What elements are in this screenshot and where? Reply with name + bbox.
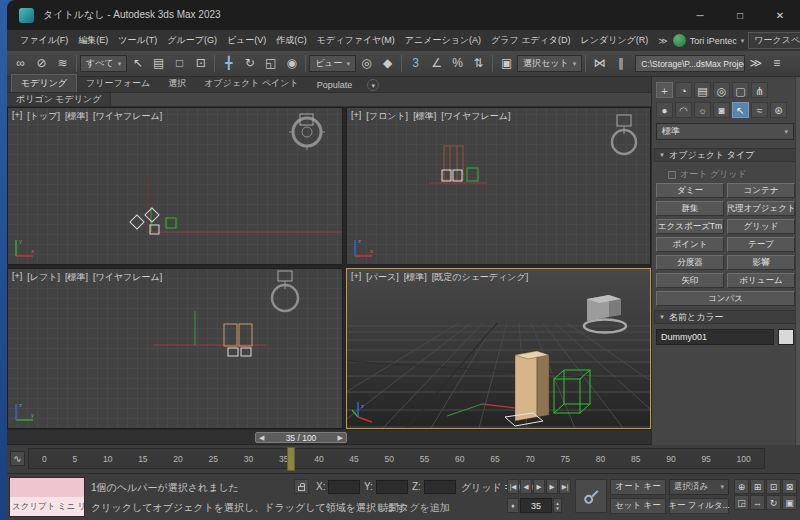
time-slider-handle[interactable]: ◀ 35 / 100 ▶ (255, 432, 347, 443)
go-to-start-button[interactable]: |◀ (507, 479, 519, 494)
selection-filter-dropdown[interactable]: すべて ▾ (80, 55, 127, 72)
scene-objects-wireframe[interactable] (130, 208, 159, 234)
dummy-helper-object[interactable] (584, 295, 626, 333)
snaps-toggle-icon[interactable]: 3 (405, 53, 426, 74)
menu-tools[interactable]: ツール(T) (113, 30, 162, 51)
menu-rendering[interactable]: レンダリング(R) (576, 30, 654, 51)
perspective-viewport[interactable]: [+] [パース] [標準] [既定のシェーディング] (346, 268, 651, 429)
left-viewport[interactable]: [+] [レフト] [標準] [ワイヤフレーム] (7, 268, 343, 429)
auto-key-button[interactable]: オート キー (610, 479, 666, 495)
menu-modifiers[interactable]: モディファイヤ(M) (312, 30, 400, 51)
selected-dummy-wireframe[interactable] (228, 348, 251, 356)
previous-frame-button[interactable]: ◀ (520, 479, 532, 494)
hierarchy-tab-icon[interactable]: ▤ (694, 82, 711, 98)
key-selection-dropdown[interactable]: 選択済み ▾ (669, 479, 729, 495)
previous-frame-arrow[interactable]: ◀ (259, 434, 264, 442)
autogrid-checkbox[interactable] (668, 171, 676, 179)
door-box-wireframe[interactable] (224, 324, 252, 346)
toolbar-overflow-button[interactable]: ≫ (745, 53, 766, 74)
viewport-standard-menu[interactable]: [標準] (65, 110, 88, 123)
viewport-pov-menu[interactable]: [フロント] (366, 110, 408, 123)
ribbon-tab-freeform[interactable]: フリーフォーム (77, 75, 159, 92)
maximize-viewport-toggle-icon[interactable]: ▣ (782, 495, 797, 510)
go-to-end-button[interactable]: ▶| (559, 479, 571, 494)
viewport-general-menu[interactable]: [+] (351, 110, 361, 123)
utilities-tab-icon[interactable]: ⋔ (751, 82, 768, 98)
viewport-pov-menu[interactable]: [レフト] (27, 271, 60, 284)
time-slider-track[interactable]: ◀ 35 / 100 ▶ (7, 429, 651, 445)
set-key-button[interactable]: セット キー (610, 498, 666, 514)
shapes-category-icon[interactable]: ◠ (675, 102, 692, 118)
zoom-all-icon[interactable]: ⊞ (750, 479, 765, 494)
menu-animation[interactable]: アニメーション(A) (400, 30, 486, 51)
selection-region-icon[interactable]: □ (169, 53, 190, 74)
angle-snap-icon[interactable]: ∠ (426, 53, 447, 74)
green-box-wireframe[interactable] (467, 168, 478, 181)
select-and-rotate-icon[interactable]: ↻ (239, 53, 260, 74)
menu-create[interactable]: 作成(C) (271, 30, 312, 51)
grid-button[interactable]: グリッド (727, 219, 795, 234)
tape-button[interactable]: テープ (727, 237, 795, 252)
next-frame-button[interactable]: ▶ (546, 479, 558, 494)
viewport-standard-menu[interactable]: [標準] (404, 271, 427, 284)
door-box-object[interactable] (515, 351, 549, 421)
dummy-helper-gizmo[interactable] (289, 114, 325, 150)
viewport-shading-menu[interactable]: [既定のシェーディング] (432, 271, 528, 284)
key-filters-button[interactable]: キー フィルタ... (669, 498, 729, 514)
viewport-pov-menu[interactable]: [パース] (366, 271, 398, 284)
align-icon[interactable]: ∥ (610, 53, 631, 74)
window-crossing-icon[interactable]: ⊡ (190, 53, 211, 74)
viewport-shading-menu[interactable]: [ワイヤフレーム] (93, 271, 162, 284)
zoom-extents-all-icon[interactable]: ⊠ (782, 479, 797, 494)
current-frame-field[interactable]: 35 (520, 498, 552, 513)
crowd-button[interactable]: 群集 (656, 201, 724, 216)
pan-view-icon[interactable]: ↔ (750, 495, 765, 510)
geometry-category-icon[interactable]: ● (656, 102, 673, 118)
menu-group[interactable]: グループ(G) (162, 30, 222, 51)
y-coordinate-field[interactable] (376, 480, 408, 494)
selection-lock-toggle[interactable] (294, 479, 309, 494)
viewport-shading-menu[interactable]: [ワイヤフレーム] (441, 110, 510, 123)
menu-overflow-button[interactable]: ≫ (653, 36, 672, 46)
name-and-color-rollout-header[interactable]: ▼ 名前とカラー (654, 310, 798, 324)
bind-to-space-warp-icon[interactable]: ≋ (52, 53, 73, 74)
cameras-category-icon[interactable]: ◙ (713, 102, 730, 118)
autogrid-checkbox-row[interactable]: オート グリッド (668, 168, 747, 181)
container-button[interactable]: コンテナ (727, 183, 795, 198)
frame-spinner[interactable]: ▴ ▾ (553, 498, 562, 513)
orbit-icon[interactable]: ↻ (766, 495, 781, 510)
motion-tab-icon[interactable]: ◎ (713, 82, 730, 98)
delegate-button[interactable]: 代理オブジェクト (727, 201, 795, 216)
dummy-helper-gizmo[interactable] (272, 271, 298, 311)
set-keys-button[interactable] (575, 479, 607, 513)
viewport-standard-menu[interactable]: [標準] (65, 271, 88, 284)
key-mode-toggle-button[interactable]: ♦ (507, 498, 519, 513)
selected-dummy-wireframe[interactable] (442, 170, 462, 181)
maxscript-mini-listener[interactable]: スクリプト ミニ リス (9, 477, 85, 517)
add-time-tag-button[interactable]: 時間タグを追加 (379, 501, 450, 515)
space-warps-category-icon[interactable]: ≈ (751, 102, 768, 118)
display-tab-icon[interactable]: ▢ (732, 82, 749, 98)
viewport-pov-menu[interactable]: [トップ] (27, 110, 60, 123)
dummy-helper-gizmo[interactable] (612, 115, 636, 154)
top-viewport[interactable]: [+] [トップ] [標準] [ワイヤフレーム] (7, 107, 343, 265)
systems-category-icon[interactable]: ⊛ (770, 102, 787, 118)
z-coordinate-field[interactable] (424, 480, 456, 494)
menu-graph-editors[interactable]: グラフ エディタ(D) (486, 30, 575, 51)
ribbon-tab-modeling[interactable]: モデリング (11, 74, 77, 92)
spinner-snap-icon[interactable]: ⇅ (468, 53, 489, 74)
x-coordinate-field[interactable] (328, 480, 360, 494)
zoom-icon[interactable]: ⊕ (734, 479, 749, 494)
ribbon-tab-object-paint[interactable]: オブジェクト ペイント (195, 75, 308, 92)
field-of-view-icon[interactable]: ◲ (734, 495, 749, 510)
reference-coordinate-dropdown[interactable]: ビュー ▾ (309, 55, 356, 72)
polygon-modeling-panel-tab[interactable]: ポリゴン モデリング (7, 93, 111, 106)
minimize-button[interactable]: ─ (680, 0, 720, 30)
play-animation-button[interactable]: ▶ (533, 479, 545, 494)
named-selection-sets-dropdown[interactable]: 選択セット ▾ (517, 55, 582, 72)
select-and-scale-icon[interactable]: ◱ (260, 53, 281, 74)
macro-recorder-row[interactable] (10, 478, 84, 497)
ribbon-options-button[interactable]: ▾ (367, 79, 379, 91)
ribbon-tab-populate[interactable]: Populate (308, 78, 362, 92)
use-pivot-center-icon[interactable]: ◎ (356, 53, 377, 74)
